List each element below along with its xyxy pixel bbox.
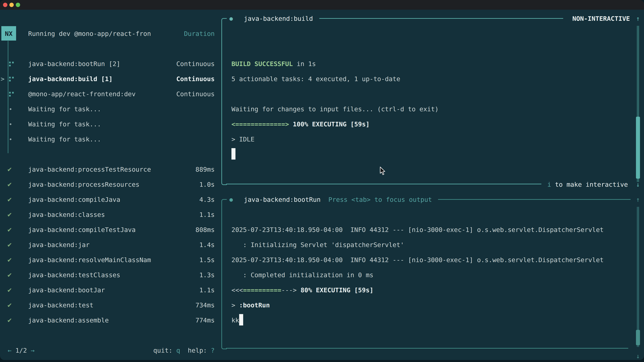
- bootrun-scrollbar-thumb[interactable]: [636, 330, 640, 345]
- block-cursor: [239, 314, 243, 326]
- text-segment: Waiting for changes to input files... (c…: [232, 105, 438, 113]
- build-scrollbar-thumb[interactable]: [636, 117, 640, 179]
- task-row-completed[interactable]: ✔java-backend:test734ms: [0, 298, 221, 313]
- nx-logo: NX: [1, 26, 16, 40]
- window-titlebar: [0, 0, 644, 10]
- close-button-icon[interactable]: [3, 3, 8, 7]
- check-icon: ✔: [7, 268, 12, 283]
- check-icon: ✔: [7, 162, 12, 177]
- task-name: java-backend:build [1]: [28, 71, 112, 86]
- scroll-up-icon[interactable]: ↑: [633, 192, 643, 207]
- task-row-completed[interactable]: ✔java-backend:processResources1.0s: [0, 177, 221, 192]
- task-row-completed[interactable]: ✔java-backend:processTestResource889ms: [0, 162, 221, 177]
- task-row-completed[interactable]: ✔java-backend:testClasses1.3s: [0, 268, 221, 283]
- task-row-running[interactable]: @mono-app/react-frontend:devContinuous: [0, 86, 221, 102]
- task-row-completed[interactable]: ✔java-backend:compileTestJava808ms: [0, 222, 221, 237]
- task-name: java-backend:jar: [28, 237, 90, 252]
- task-name: Waiting for task...: [28, 102, 101, 117]
- task-name: Waiting for task...: [28, 117, 101, 132]
- page-prev-icon[interactable]: ←: [8, 347, 12, 354]
- task-duration: 4.3s: [199, 192, 215, 207]
- text-segment: BUILD SUCCESSFUL: [232, 60, 293, 67]
- terminal-line: : Completed initialization in 0 ms: [232, 268, 604, 283]
- text-segment: [289, 120, 293, 128]
- terminal-area: NX Running dev @mono-app/react-fron Dura…: [0, 10, 644, 360]
- task-row-running[interactable]: java-backend:bootRun [2]Continuous: [0, 56, 221, 71]
- text-segment: 100% EXECUTING [59s]: [293, 120, 370, 128]
- task-duration: 774ms: [196, 313, 215, 328]
- task-row-running[interactable]: Waiting for task...: [0, 132, 221, 147]
- terminal-line: [232, 86, 438, 102]
- check-icon: ✔: [7, 177, 12, 192]
- terminal-line: 5 actionable tasks: 4 executed, 1 up-to-…: [232, 71, 438, 86]
- task-row-completed[interactable]: ✔java-backend:jar1.4s: [0, 237, 221, 252]
- bootrun-scrollbar-track[interactable]: [637, 207, 639, 347]
- pager: ← 1/2 →: [8, 343, 34, 358]
- screen: NX Running dev @mono-app/react-fron Dura…: [0, 0, 644, 362]
- task-row-completed[interactable]: ✔java-backend:classes1.1s: [0, 207, 221, 222]
- pending-dot-icon: [10, 108, 12, 110]
- help-label: help:: [180, 347, 211, 354]
- text-segment: 2025-07-23T13:40:18.950-04:00 INFO 44312…: [232, 226, 604, 233]
- interactive-hint: i to make interactive: [548, 177, 628, 192]
- check-icon: ✔: [7, 313, 12, 328]
- terminal-line: : Initializing Servlet 'dispatcherServle…: [232, 237, 604, 252]
- task-name: java-backend:processResources: [28, 177, 139, 192]
- text-segment: kk: [232, 317, 239, 324]
- quit-key: q: [176, 347, 180, 354]
- task-row-completed[interactable]: ✔java-backend:compileJava4.3s: [0, 192, 221, 207]
- build-panel-left-border: [221, 23, 222, 180]
- text-segment: ==========: [243, 286, 282, 294]
- task-row-completed[interactable]: ✔java-backend:bootJar1.1s: [0, 283, 221, 298]
- task-duration: 1.1s: [199, 207, 215, 222]
- check-icon: ✔: [7, 283, 12, 298]
- check-icon: ✔: [7, 237, 12, 252]
- page-next-icon[interactable]: →: [31, 347, 34, 354]
- terminal-line: BUILD SUCCESSFUL in 1s: [232, 56, 438, 71]
- task-duration: 1.0s: [199, 177, 215, 192]
- text-segment: in 1s: [293, 60, 316, 67]
- terminal-line: <=============> 100% EXECUTING [59s]: [232, 117, 438, 132]
- task-name: java-backend:compileTestJava: [28, 222, 136, 237]
- sidebar: NX Running dev @mono-app/react-fron Dura…: [0, 10, 221, 360]
- terminal-line: > IDLE: [232, 132, 438, 147]
- scroll-up-icon[interactable]: ↑: [633, 11, 643, 26]
- build-panel-title: java-backend:build: [244, 11, 313, 26]
- pending-dot-icon: [10, 123, 12, 125]
- focus-output-hint: Press <tab> to focus output: [328, 192, 432, 207]
- task-duration: 889ms: [196, 162, 215, 177]
- task-duration: 808ms: [196, 222, 215, 237]
- completed-task-list: ✔java-backend:processTestResource889ms✔j…: [0, 162, 221, 328]
- terminal-window: NX Running dev @mono-app/react-fron Dura…: [0, 0, 644, 360]
- task-name: @mono-app/react-frontend:dev: [28, 86, 136, 102]
- task-row-running[interactable]: Waiting for task...: [0, 102, 221, 117]
- text-segment: <<<: [232, 286, 243, 294]
- build-panel-status-dot-icon: ●: [230, 11, 233, 26]
- task-duration: 1.4s: [199, 237, 215, 252]
- zoom-button-icon[interactable]: [16, 3, 20, 7]
- task-name: java-backend:bootRun [2]: [28, 56, 120, 71]
- scroll-down-icon[interactable]: ↓: [633, 349, 643, 360]
- build-panel-output: BUILD SUCCESSFUL in 1s5 actionable tasks…: [232, 56, 438, 162]
- task-row-running[interactable]: Waiting for task...: [0, 117, 221, 132]
- terminal-line: 2025-07-23T13:40:18.950-04:00 INFO 44312…: [232, 252, 604, 268]
- page-indicator: [12, 347, 16, 354]
- task-duration: 1.1s: [199, 283, 215, 298]
- task-row-running[interactable]: >java-backend:build [1]Continuous: [0, 71, 221, 86]
- task-name: java-backend:processTestResource: [28, 162, 151, 177]
- task-name: java-backend:compileJava: [28, 192, 120, 207]
- terminal-line: [232, 147, 438, 162]
- task-status: Continuous: [176, 71, 215, 86]
- task-name: java-backend:testClasses: [28, 268, 120, 283]
- text-segment: :bootRun: [239, 301, 270, 309]
- keyboard-hints: quit: q help: ?: [153, 343, 215, 358]
- terminal-line: 2025-07-23T13:40:18.950-04:00 INFO 44312…: [232, 222, 604, 237]
- build-panel-top-border: [319, 18, 563, 19]
- minimize-button-icon[interactable]: [10, 3, 14, 7]
- task-row-completed[interactable]: ✔java-backend:assemble774ms: [0, 313, 221, 328]
- check-icon: ✔: [7, 252, 12, 268]
- terminal-line: kk: [232, 313, 604, 328]
- block-cursor: [232, 148, 236, 160]
- task-row-completed[interactable]: ✔java-backend:resolveMainClassNam1.5s: [0, 252, 221, 268]
- quit-label: quit:: [153, 347, 176, 354]
